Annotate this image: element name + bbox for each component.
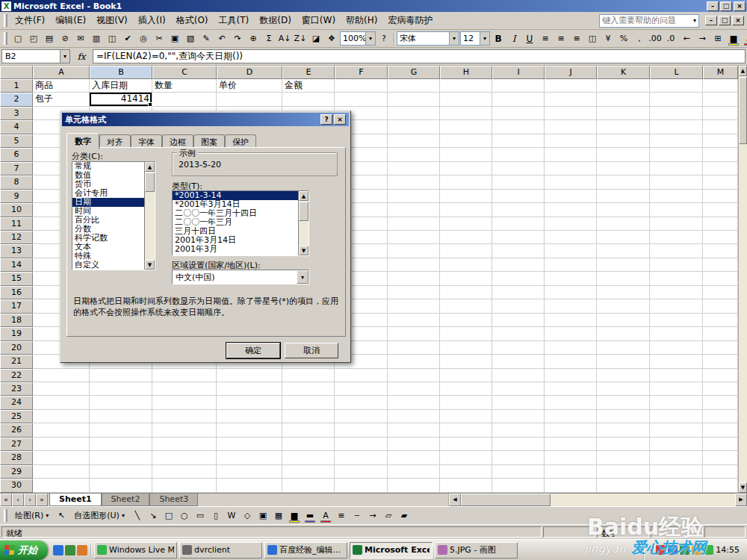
cell-L27[interactable] xyxy=(650,438,703,451)
cell-G17[interactable] xyxy=(388,299,440,313)
arrow-style-icon[interactable]: → xyxy=(365,508,380,523)
cell-L9[interactable] xyxy=(650,190,703,203)
cell-L23[interactable] xyxy=(650,382,703,396)
row-header-14[interactable]: 14 xyxy=(0,258,33,272)
select-all-corner[interactable] xyxy=(0,66,33,79)
cell-M25[interactable] xyxy=(703,410,738,423)
cell-A23[interactable] xyxy=(33,382,90,396)
chevron-down-icon[interactable]: ▾ xyxy=(297,270,309,284)
media-player-icon[interactable] xyxy=(77,545,87,556)
chevron-down-icon[interactable]: ▾ xyxy=(693,17,696,24)
taskbar-task[interactable]: Microsoft Excel - B... xyxy=(350,542,433,559)
cell-F26[interactable] xyxy=(335,423,388,437)
cell-H25[interactable] xyxy=(440,410,492,423)
email-icon[interactable]: ✉ xyxy=(73,31,88,46)
category-option[interactable]: 百分比 xyxy=(72,216,144,225)
column-header-F[interactable]: F xyxy=(335,66,388,79)
sheet-tab-Sheet2[interactable]: Sheet2 xyxy=(102,494,150,506)
menu-item[interactable]: 编辑(E) xyxy=(50,11,91,30)
comma-icon[interactable]: , xyxy=(632,31,647,46)
cell-C22[interactable] xyxy=(152,369,217,382)
insert-diagram-icon[interactable]: ◇ xyxy=(240,508,255,523)
category-option[interactable]: 日期 xyxy=(72,198,144,207)
cell-M27[interactable] xyxy=(703,438,738,451)
cell-K16[interactable] xyxy=(597,286,650,299)
cell-J1[interactable] xyxy=(545,79,597,93)
cell-K14[interactable] xyxy=(597,258,650,272)
input-method-icon[interactable] xyxy=(692,545,701,555)
row-header-25[interactable]: 25 xyxy=(0,410,33,423)
cell-H6[interactable] xyxy=(440,148,492,161)
cell-M3[interactable] xyxy=(703,107,738,120)
clip-art-icon[interactable]: ▣ xyxy=(255,508,270,523)
row-header-26[interactable]: 26 xyxy=(0,423,33,437)
sheet-nav-icon[interactable]: » xyxy=(36,494,48,506)
row-header-10[interactable]: 10 xyxy=(0,203,33,217)
menu-item[interactable]: 宏病毒防护 xyxy=(382,11,438,30)
cell-H3[interactable] xyxy=(440,107,492,120)
cell-H20[interactable] xyxy=(440,341,492,355)
cell-L17[interactable] xyxy=(650,299,703,313)
cell-I26[interactable] xyxy=(492,423,545,437)
cell-G14[interactable] xyxy=(388,258,440,272)
autosum-icon[interactable]: Σ xyxy=(261,31,276,46)
borders-icon[interactable]: ⊞ xyxy=(710,31,725,46)
cell-M5[interactable] xyxy=(703,134,738,148)
cell-L11[interactable] xyxy=(650,217,703,231)
cell-G1[interactable] xyxy=(388,79,440,93)
cell-I21[interactable] xyxy=(492,355,545,368)
close-button[interactable]: × xyxy=(734,1,746,11)
cell-J30[interactable] xyxy=(545,479,597,492)
category-option[interactable]: 科学记数 xyxy=(72,234,144,243)
cell-I19[interactable] xyxy=(492,327,545,340)
type-option[interactable]: 二〇〇一年三月 xyxy=(173,218,298,227)
cell-B22[interactable] xyxy=(90,369,152,382)
category-option[interactable]: 分数 xyxy=(72,225,144,234)
scroll-down-icon[interactable]: ▼ xyxy=(739,482,747,493)
messenger-tray-icon[interactable] xyxy=(704,545,713,555)
cell-G7[interactable] xyxy=(388,162,440,175)
row-header-7[interactable]: 7 xyxy=(0,162,33,175)
font-size-combo[interactable]: 12 ▾ xyxy=(460,31,490,46)
cell-F30[interactable] xyxy=(335,479,388,492)
print-preview-icon[interactable]: ◫ xyxy=(105,31,120,46)
cell-E25[interactable] xyxy=(282,410,335,423)
row-header-9[interactable]: 9 xyxy=(0,190,33,203)
cell-D28[interactable] xyxy=(217,451,282,464)
help-question-input[interactable]: 键入需要帮助的问题 ▾ xyxy=(599,14,699,28)
row-header-4[interactable]: 4 xyxy=(0,120,33,134)
cell-L12[interactable] xyxy=(650,231,703,244)
cell-B29[interactable] xyxy=(90,465,152,479)
minimize-button[interactable]: – xyxy=(707,1,719,11)
tray-chevron-icon[interactable]: « xyxy=(649,546,654,554)
cell-A30[interactable] xyxy=(33,479,90,492)
copy-icon[interactable]: ▣ xyxy=(167,31,182,46)
cell-J12[interactable] xyxy=(545,231,597,244)
cell-K24[interactable] xyxy=(597,396,650,409)
sheet-nav-icon[interactable]: › xyxy=(24,494,36,506)
line-color-icon[interactable]: ▬ xyxy=(303,508,317,523)
line-icon[interactable]: ╲ xyxy=(130,508,145,523)
cell-K10[interactable] xyxy=(597,203,650,217)
vertical-text-box-icon[interactable]: ▯ xyxy=(208,508,223,523)
cell-K13[interactable] xyxy=(597,244,650,258)
menu-item[interactable]: 窗口(W) xyxy=(297,11,341,30)
cell-I23[interactable] xyxy=(492,382,545,396)
cell-M30[interactable] xyxy=(703,479,738,492)
column-header-E[interactable]: E xyxy=(282,66,335,79)
row-header-23[interactable]: 23 xyxy=(0,382,33,396)
cell-B25[interactable] xyxy=(90,410,152,423)
cell-L18[interactable] xyxy=(650,314,703,327)
cell-J29[interactable] xyxy=(545,465,597,479)
insert-picture-icon[interactable]: ▦ xyxy=(271,508,286,523)
cell-I25[interactable] xyxy=(492,410,545,423)
chart-wizard-icon[interactable]: ◪ xyxy=(309,31,323,46)
cell-J19[interactable] xyxy=(545,327,597,340)
taskbar-task[interactable]: 5.JPG - 画图 xyxy=(435,542,518,559)
cell-E24[interactable] xyxy=(282,396,335,409)
line-style-icon[interactable]: ≡ xyxy=(334,508,349,523)
category-option[interactable]: 文本 xyxy=(72,243,144,252)
cell-J28[interactable] xyxy=(545,451,597,464)
cell-L8[interactable] xyxy=(650,175,703,189)
redo-icon[interactable]: ↷ xyxy=(230,31,245,46)
